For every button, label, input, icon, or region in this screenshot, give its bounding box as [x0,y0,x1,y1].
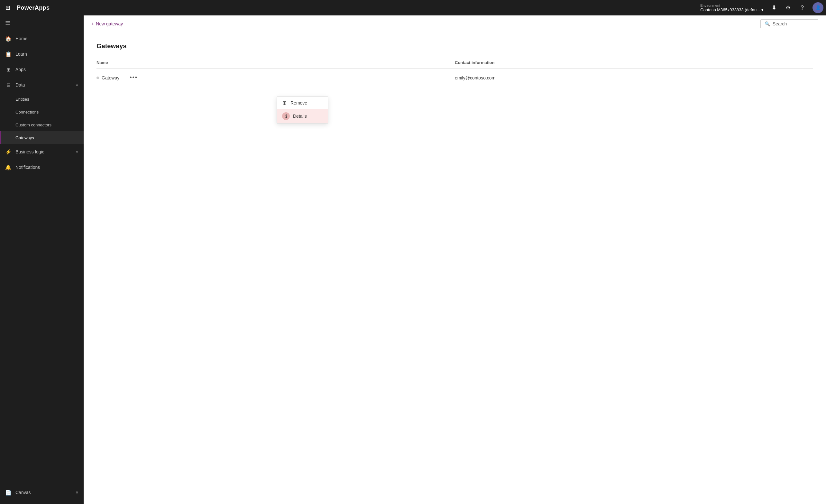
home-icon: 🏠 [5,36,12,42]
avatar[interactable]: 👤 [813,2,823,13]
new-gateway-button[interactable]: + New gateway [91,19,127,28]
gateway-name-cell: Gateway ••• [97,68,455,87]
topbar-icons: ⬇ ⚙ ? 👤 [767,1,826,14]
canvas-label: Canvas [15,490,72,495]
search-bar[interactable]: 🔍 Search [760,19,818,28]
context-menu: 🗑 Remove ℹ Details [277,97,328,124]
help-icon: ? [801,4,804,11]
info-icon: ℹ [282,112,290,120]
sidebar-item-label: Apps [15,67,78,72]
sidebar-item-custom-connectors[interactable]: Custom connectors [0,118,83,131]
sidebar-nav: 🏠 Home 📋 Learn ⊞ Apps ⊟ Data ∧ Entities … [0,31,83,482]
details-label: Details [293,114,307,119]
env-name: Contoso M365x933833 (defau... ▾ [700,7,764,12]
sidebar-toggle[interactable]: ☰ [0,15,15,31]
layout: ☰ 🏠 Home 📋 Learn ⊞ Apps ⊟ Data ∧ Entitie [0,15,826,504]
sidebar-item-canvas[interactable]: 📄 Canvas ∨ [0,485,83,500]
chevron-down-icon: ∨ [75,149,78,154]
sidebar-item-notifications[interactable]: 🔔 Notifications [0,160,83,175]
avatar-icon: 👤 [815,5,821,10]
settings-icon: ⚙ [785,4,790,11]
chevron-down-icon: ∨ [75,490,78,495]
context-menu-details[interactable]: ℹ Details [277,109,328,123]
sidebar-item-label: Notifications [15,165,78,170]
sidebar-item-home[interactable]: 🏠 Home [0,31,83,46]
apps-icon: ⊞ [5,67,12,73]
sidebar-item-learn[interactable]: 📋 Learn [0,46,83,62]
sidebar-item-label: Data [15,82,72,87]
help-button[interactable]: ? [796,1,809,14]
contact-email: emily@contoso.com [455,75,495,80]
gateways-label: Gateways [15,135,34,140]
waffle-icon: ⊞ [5,4,10,11]
content-area: Gateways Name Contact information Gatewa… [83,32,826,504]
col-name: Name [97,58,455,68]
data-icon: ⊟ [5,82,12,88]
gateways-table: Name Contact information Gateway ••• [97,58,813,87]
col-contact: Contact information [455,58,813,68]
sidebar-bottom: 📄 Canvas ∨ [0,482,83,504]
settings-button[interactable]: ⚙ [782,1,794,14]
sidebar-item-entities[interactable]: Entities [0,92,83,106]
entities-label: Entities [15,97,29,102]
environment-selector[interactable]: Environment Contoso M365x933833 (defau..… [696,4,767,12]
learn-icon: 📋 [5,51,12,57]
table-row: Gateway ••• emily@contoso.com [97,68,813,87]
notifications-icon: 🔔 [5,164,12,171]
hamburger-icon: ☰ [5,20,10,27]
business-logic-icon: ⚡ [5,149,12,155]
sidebar-item-label: Learn [15,52,78,57]
more-options-button[interactable]: ••• [127,73,140,82]
sidebar-item-gateways[interactable]: Gateways [0,131,83,144]
status-dot [97,76,99,79]
download-button[interactable]: ⬇ [767,1,780,14]
sidebar-item-connections[interactable]: Connections [0,106,83,118]
plus-icon: + [91,21,94,26]
search-label: Search [773,21,787,26]
toolbar: + New gateway 🔍 Search [83,15,826,32]
canvas-icon: 📄 [5,490,12,496]
waffle-button[interactable]: ⊞ [0,0,15,15]
table-header-row: Name Contact information [97,58,813,68]
chevron-down-icon: ▾ [761,7,764,12]
app-brand: PowerApps [15,4,55,11]
custom-connectors-label: Custom connectors [15,123,52,127]
page-title: Gateways [97,43,813,50]
sidebar-item-label: Business logic [15,149,72,154]
remove-label: Remove [290,100,307,106]
gateway-name: Gateway [102,75,119,80]
remove-icon: 🗑 [282,100,287,106]
search-icon: 🔍 [765,21,770,26]
chevron-up-icon: ∧ [75,83,78,87]
connections-label: Connections [15,110,39,115]
new-gateway-label: New gateway [96,21,123,26]
env-label: Environment [700,4,720,7]
context-menu-remove[interactable]: 🗑 Remove [277,97,328,109]
sidebar-item-business-logic[interactable]: ⚡ Business logic ∨ [0,144,83,160]
download-icon: ⬇ [772,4,776,11]
gateway-contact-cell: emily@contoso.com [455,68,813,87]
sidebar-item-data[interactable]: ⊟ Data ∧ [0,77,83,92]
topbar: ⊞ PowerApps Environment Contoso M365x933… [0,0,826,15]
sidebar-item-apps[interactable]: ⊞ Apps [0,62,83,77]
sidebar: ☰ 🏠 Home 📋 Learn ⊞ Apps ⊟ Data ∧ Entitie [0,15,83,504]
topbar-divider [55,4,55,12]
main-content: + New gateway 🔍 Search Gateways Name Con… [83,15,826,504]
sidebar-item-label: Home [15,36,78,41]
